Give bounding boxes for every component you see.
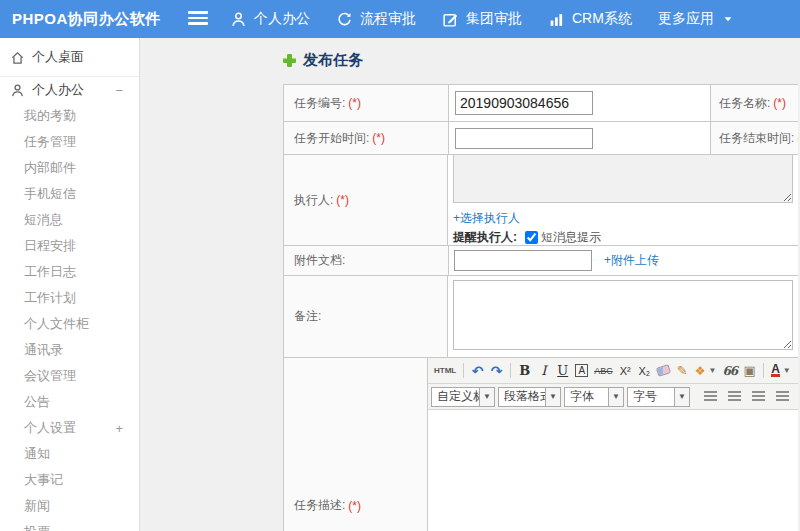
align-center-icon[interactable] <box>723 387 745 407</box>
sidebar-item-label: 新闻 <box>24 497 50 515</box>
alignment-buttons <box>699 387 795 407</box>
format-brush-button[interactable]: ✎ <box>674 361 691 381</box>
sidebar-item-label: 日程安排 <box>24 237 76 255</box>
sidebar-item-15[interactable]: 通知 <box>0 441 139 467</box>
executor-textarea[interactable] <box>453 155 793 203</box>
bar-chart-icon <box>548 11 565 28</box>
sidebar-item-16[interactable]: 大事记 <box>0 467 139 493</box>
font-family-select[interactable]: 字体▼ <box>564 387 624 407</box>
font-color-button[interactable]: A▼ <box>769 361 793 381</box>
start-time-label: 任务开始时间: <box>294 130 369 147</box>
remind-executor-label: 提醒执行人: <box>453 229 517 246</box>
subscript-button[interactable]: X₂ <box>636 361 653 381</box>
sms-remind-label: 短消息提示 <box>541 229 601 246</box>
caret-down-icon <box>721 12 735 26</box>
sidebar-item-7[interactable]: 日程安排 <box>0 233 139 259</box>
approval-edit-icon <box>442 11 459 28</box>
sidebar-item-14[interactable]: 个人设置+ <box>0 415 139 441</box>
blockquote-button[interactable]: 66 <box>720 361 739 381</box>
hamburger-icon[interactable] <box>188 11 208 27</box>
required-mark: (*) <box>348 96 361 110</box>
sidebar-item-10[interactable]: 个人文件柜 <box>0 311 139 337</box>
sidebar-item-9[interactable]: 工作计划 <box>0 285 139 311</box>
sidebar-item-12[interactable]: 会议管理 <box>0 363 139 389</box>
sms-remind-checkbox[interactable] <box>525 231 538 244</box>
sidebar-item-label: 手机短信 <box>24 185 76 203</box>
executor-label: 执行人: <box>294 192 333 209</box>
superscript-button[interactable]: X² <box>617 361 634 381</box>
nav-item-label: 更多应用 <box>658 10 714 28</box>
app-logo: PHPOA协同办公软件 <box>12 10 161 29</box>
nav-item-2[interactable]: 集团审批 <box>442 10 522 28</box>
remark-textarea[interactable] <box>453 280 793 350</box>
font-size-select[interactable]: 字号▼ <box>627 387 690 407</box>
sidebar-item-4[interactable]: 内部邮件 <box>0 155 139 181</box>
sidebar-item-6[interactable]: 短消息 <box>0 207 139 233</box>
sidebar-item-label: 工作计划 <box>24 289 76 307</box>
strikethrough-button[interactable]: ABC <box>592 361 615 381</box>
sidebar-item-17[interactable]: 新闻 <box>0 493 139 519</box>
start-time-input[interactable] <box>455 128 593 149</box>
select-value: 自定义标题 <box>432 388 479 406</box>
sidebar-menu: 个人桌面个人办公−我的考勤任务管理内部邮件手机短信短消息日程安排工作日志工作计划… <box>0 38 140 531</box>
underline-button[interactable]: U <box>554 361 571 381</box>
end-time-label: 任务结束时间: <box>719 130 794 147</box>
editor-content-area[interactable] <box>428 410 798 531</box>
phpoa-app: PHPOA协同办公软件 个人办公流程审批集团审批CRM系统更多应用 个人桌面个人… <box>0 0 800 531</box>
remove-format-button[interactable] <box>655 361 672 381</box>
align-right-icon[interactable] <box>747 387 769 407</box>
sidebar-item-label: 我的考勤 <box>24 107 76 125</box>
required-mark: (*) <box>773 96 786 110</box>
paragraph-format-select[interactable]: 段落格式▼ <box>498 387 561 407</box>
sidebar-toggle-icon[interactable]: − <box>115 83 123 98</box>
attachment-input[interactable] <box>454 250 592 271</box>
custom-title-select[interactable]: 自定义标题▼ <box>431 387 495 407</box>
caret-down-icon: ▼ <box>783 366 791 375</box>
sidebar-item-3[interactable]: 任务管理 <box>0 129 139 155</box>
toolbar-separator <box>510 363 511 378</box>
sidebar-item-13[interactable]: 公告 <box>0 389 139 415</box>
align-left-icon[interactable] <box>699 387 721 407</box>
sidebar-item-8[interactable]: 工作日志 <box>0 259 139 285</box>
remark-label: 备注: <box>294 308 321 325</box>
bold-button[interactable]: B <box>516 361 533 381</box>
sidebar-toggle-icon[interactable]: + <box>115 421 123 436</box>
sidebar-item-label: 大事记 <box>24 471 63 489</box>
page-title-text: 发布任务 <box>303 51 363 70</box>
sidebar-item-11[interactable]: 通讯录 <box>0 337 139 363</box>
align-justify-icon[interactable] <box>771 387 793 407</box>
nav-item-label: 个人办公 <box>254 10 310 28</box>
choose-executor-link[interactable]: +选择执行人 <box>453 210 520 227</box>
toolbar-separator <box>463 363 464 378</box>
executor-row: 执行人: (*) +选择执行人 提醒执行人: 短消息提示 <box>284 155 798 246</box>
source-code-button[interactable]: HTML <box>432 361 458 381</box>
attachment-upload-link[interactable]: +附件上传 <box>604 252 659 269</box>
nav-item-label: CRM系统 <box>572 10 632 28</box>
caret-down-icon: ▼ <box>545 388 560 406</box>
sidebar-item-18[interactable]: 投票 <box>0 519 139 531</box>
page-title: 发布任务 <box>283 51 363 70</box>
main-content: 发布任务 任务编号: (*) 任务名称: (*) 任务开始时间: <box>140 38 800 531</box>
task-time-row: 任务开始时间: (*) 任务结束时间: (*) <box>284 122 798 155</box>
required-mark: (*) <box>797 131 798 145</box>
nav-item-3[interactable]: CRM系统 <box>548 10 632 28</box>
italic-button[interactable]: I <box>535 361 552 381</box>
sidebar-item-2[interactable]: 我的考勤 <box>0 103 139 129</box>
undo-button[interactable]: ↶ <box>469 361 486 381</box>
redo-button[interactable]: ↷ <box>488 361 505 381</box>
sidebar-item-5[interactable]: 手机短信 <box>0 181 139 207</box>
nav-item-4[interactable]: 更多应用 <box>658 10 735 28</box>
quick-format-button[interactable]: ❖▼ <box>693 361 719 381</box>
nav-item-1[interactable]: 流程审批 <box>336 10 416 28</box>
sidebar-item-label: 工作日志 <box>24 263 76 281</box>
toolbar-separator <box>763 363 764 378</box>
required-mark: (*) <box>336 193 349 207</box>
paste-button[interactable]: ▣ <box>741 361 758 381</box>
sidebar-item-1[interactable]: 个人办公− <box>0 77 139 103</box>
add-plus-icon <box>283 54 296 67</box>
sidebar-item-label: 个人设置 <box>24 419 76 437</box>
font-style-button[interactable]: A <box>573 361 590 381</box>
sidebar-item-0[interactable]: 个人桌面 <box>0 38 139 77</box>
task-number-input[interactable] <box>455 91 593 115</box>
nav-item-0[interactable]: 个人办公 <box>230 10 310 28</box>
